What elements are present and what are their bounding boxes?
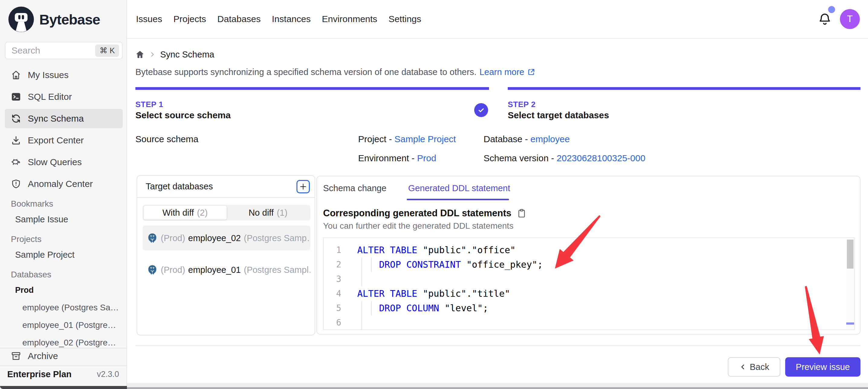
chevron-right-icon [149, 51, 156, 58]
brand-name: Bytebase [39, 11, 100, 28]
archive-icon [11, 351, 21, 361]
sidebar-item-anomaly-center[interactable]: Anomaly Center [5, 174, 123, 194]
terminal-icon [11, 92, 21, 102]
window-bottom-line [127, 387, 868, 389]
sidebar-item-sample-issue[interactable]: Sample Issue [5, 211, 123, 228]
nav-item-issues[interactable]: Issues [136, 14, 162, 24]
notifications-bell-icon[interactable] [818, 12, 832, 26]
section-title: Bookmarks [5, 197, 123, 211]
code-lines[interactable]: ALTER TABLE "public"."office" DROP CONST… [348, 238, 854, 329]
sql-text: "level"; [439, 303, 488, 313]
sidebar-item-label: Export Center [28, 135, 84, 145]
sidebar-item-prod[interactable]: Prod [5, 281, 123, 299]
horizontal-scrollbar-thumb[interactable] [846, 323, 854, 325]
sidebar-section-databases: DatabasesProdemployee (Postgres Sa…emplo… [5, 268, 123, 352]
db-instance-suffix: (Postgres Sampl… [244, 265, 310, 275]
ddl-subheading: You can further edit the generated DDL s… [323, 221, 514, 231]
code-line-1[interactable]: ALTER TABLE "public"."office" [357, 243, 854, 257]
db-name: employee_01 [188, 265, 241, 275]
nav-item-databases[interactable]: Databases [217, 14, 260, 24]
sidebar-item-label: Anomaly Center [28, 179, 93, 189]
field-schema-version-link[interactable]: 20230628100325-000 [557, 153, 646, 163]
sidebar-section-projects: ProjectsSample Project [5, 232, 123, 263]
source-schema-label: Source schema [135, 134, 198, 144]
ddl-heading: Corresponding generated DDL statements [323, 208, 512, 219]
search-box[interactable]: ⌘ K [5, 42, 123, 59]
tab-with-diff[interactable]: With diff (2) [144, 206, 227, 220]
sql-text: "public"."title" [417, 288, 510, 299]
add-target-database-button[interactable] [297, 180, 310, 193]
field-database-link[interactable]: employee [530, 134, 570, 144]
sidebar-item-employee-postgres-sa[interactable]: employee (Postgres Sa… [5, 299, 123, 316]
indent-guide [362, 272, 362, 286]
sidebar-sections: BookmarksSample IssueProjectsSample Proj… [5, 197, 123, 356]
plan-name: Enterprise Plan [7, 369, 72, 379]
search-input[interactable] [11, 45, 95, 56]
intro-text: Bytebase supports synchronizing a specif… [135, 67, 476, 77]
sidebar-item-sql-editor[interactable]: SQL Editor [5, 87, 123, 107]
tab-generated-ddl[interactable]: Generated DDL statement [408, 183, 510, 193]
sql-text: "office_pkey"; [461, 259, 543, 270]
field-project-label: Project - [358, 134, 395, 144]
target-databases-card: Target databases With diff (2) No diff (… [136, 175, 315, 335]
notification-dot [828, 6, 835, 13]
db-environment: (Prod) [161, 233, 185, 243]
learn-more-link[interactable]: Learn more [479, 67, 524, 77]
field-project-link[interactable]: Sample Project [395, 134, 456, 144]
sidebar-item-sample-project[interactable]: Sample Project [5, 246, 123, 263]
line-number: 4 [324, 286, 341, 301]
turtle-icon [11, 157, 21, 167]
diff-filter-tabs: With diff (2) No diff (1) [143, 205, 310, 221]
sql-keyword: DROP COLUMN [379, 303, 439, 313]
step1-progress-bar [135, 87, 489, 90]
line-number: 3 [324, 272, 341, 286]
nav-item-projects[interactable]: Projects [174, 14, 206, 24]
sql-keyword: DROP CONSTRAINT [379, 259, 461, 270]
db-instance-suffix: (Postgres Samp… [244, 233, 310, 243]
line-number: 2 [324, 257, 341, 272]
copy-icon[interactable] [517, 209, 526, 218]
db-environment: (Prod) [161, 265, 185, 275]
postgres-icon [147, 265, 158, 275]
postgres-icon [147, 232, 158, 244]
code-line-4[interactable]: ALTER TABLE "public"."title" [357, 286, 854, 301]
sidebar-item-my-issues[interactable]: My Issues [5, 65, 123, 85]
code-line-5[interactable]: DROP COLUMN "level"; [357, 301, 854, 315]
indent-guide [362, 301, 362, 315]
nav-item-settings[interactable]: Settings [389, 14, 421, 24]
nav-item-instances[interactable]: Instances [272, 14, 311, 24]
code-line-6[interactable] [357, 315, 854, 330]
target-db-employee_02[interactable]: (Prod)employee_02(Postgres Samp… [143, 226, 310, 250]
code-line-2[interactable]: DROP CONSTRAINT "office_pkey"; [357, 257, 854, 272]
sidebar-item-archive[interactable]: Archive [0, 349, 126, 364]
db-name: employee_02 [188, 233, 241, 243]
field-database-label: Database - [484, 134, 530, 144]
section-title: Databases [5, 268, 123, 281]
home-icon[interactable] [135, 50, 145, 59]
sidebar-item-employee_01-postgre[interactable]: employee_01 (Postgre… [5, 316, 123, 334]
sql-text [357, 303, 379, 313]
with-diff-count: (2) [197, 208, 208, 218]
nav-item-environments[interactable]: Environments [322, 14, 377, 24]
step2-label: STEP 2 [508, 100, 535, 109]
field-environment-link[interactable]: Prod [417, 153, 436, 163]
ddl-code-editor[interactable]: 123456 ALTER TABLE "public"."office" DRO… [323, 238, 855, 330]
target-db-employee_01[interactable]: (Prod)employee_01(Postgres Sampl… [143, 257, 310, 282]
sql-keyword: ALTER TABLE [357, 288, 417, 299]
sidebar-item-slow-queries[interactable]: Slow Queries [5, 152, 123, 172]
avatar[interactable]: T [840, 9, 860, 29]
tab-schema-change[interactable]: Schema change [323, 183, 386, 193]
code-line-3[interactable] [357, 272, 854, 286]
back-button[interactable]: Back [728, 357, 780, 377]
scrollbar-thumb[interactable] [847, 240, 854, 269]
sidebar-item-sync-schema[interactable]: Sync Schema [5, 109, 123, 128]
page-intro: Bytebase supports synchronizing a specif… [135, 66, 535, 78]
preview-issue-button[interactable]: Preview issue [785, 357, 861, 377]
sidebar-menu: My IssuesSQL EditorSync SchemaExport Cen… [5, 65, 123, 194]
tab-no-diff[interactable]: No diff (1) [227, 206, 310, 220]
sidebar-item-export-center[interactable]: Export Center [5, 131, 123, 150]
field-environment-label: Environment - [358, 153, 417, 163]
chevron-left-icon [739, 363, 747, 371]
editor-scrollbar[interactable] [846, 238, 854, 329]
bytebase-logo[interactable]: Bytebase [7, 5, 100, 33]
